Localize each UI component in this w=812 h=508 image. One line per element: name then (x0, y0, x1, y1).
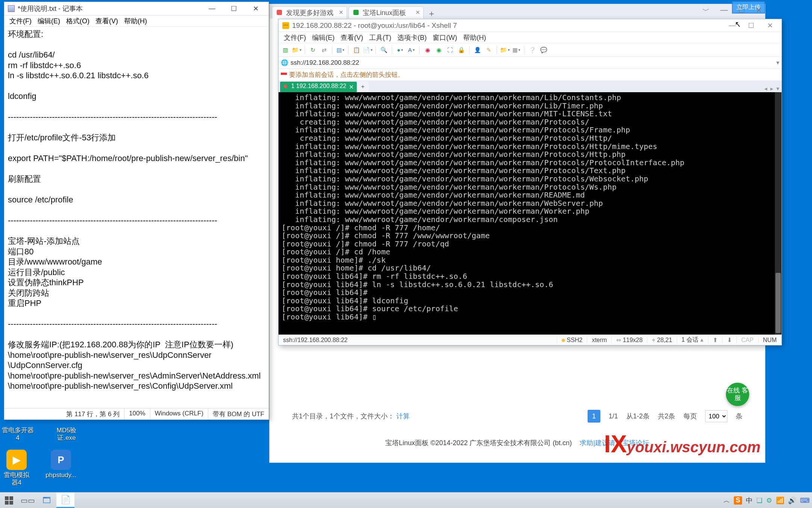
tab-prev-icon[interactable]: ◂ (764, 85, 767, 92)
task-view-button[interactable]: ▭▭ (19, 493, 37, 508)
notepad-editor[interactable]: 环境配置: cd /usr/lib64/ rm -rf libstdc++.so… (4, 27, 269, 408)
tb-fullscreen-icon[interactable]: ⛶ (445, 46, 454, 55)
notepad-titlebar[interactable]: *使用说明.txt - 记事本 — ☐ ✕ (4, 2, 269, 15)
terminal-scrollbar[interactable] (775, 92, 782, 335)
pager-current[interactable]: 1 (588, 410, 600, 423)
xs-tab-close[interactable]: ✕ (349, 84, 354, 91)
tb-lock-icon[interactable]: 🔒 (457, 46, 466, 55)
menu-format[interactable]: 格式(O) (64, 16, 92, 26)
new-tab-button[interactable]: ＋ (425, 6, 438, 18)
address-dropdown-icon[interactable]: ▾ (776, 59, 779, 66)
desktop-icons: ▶ 雷电模拟器4 P phpstudy... (2, 450, 76, 487)
desktop-icon-label-a[interactable]: 雷电多开器4 (1, 427, 35, 442)
watermark: IXyouxi.wscyun.com (604, 430, 760, 458)
xs-close[interactable]: ✕ (760, 21, 779, 30)
favicon-1 (277, 10, 282, 15)
tb-key-icon[interactable]: ✎ (484, 46, 493, 55)
xshell-addressbar: 🌐 ssh://192.168.200.88:22 ▾ (279, 57, 782, 69)
st-term: xterm (587, 337, 612, 344)
browser-minimize-icon[interactable]: — (720, 6, 728, 16)
online-service-button[interactable]: 在线 客服 (726, 383, 749, 406)
desktop-icon-label-b[interactable]: MD5验证.exe (50, 427, 83, 442)
tray-chevron-icon[interactable]: ︿ (723, 496, 730, 505)
xs-menu-edit[interactable]: 编辑(E) (310, 32, 337, 43)
start-button[interactable] (0, 493, 18, 508)
volume-icon[interactable]: 🔊 (788, 496, 796, 505)
tb-color-icon[interactable]: ● (395, 46, 404, 55)
notepad-icon (8, 5, 15, 12)
tb-green-icon[interactable]: ◉ (434, 46, 443, 55)
xshell-toolbar: ▥ 📁 ↻ ⇄ ▤ 📋 📄 🔍 ● A ◉ ◉ ⛶ 🔒 👤 ✎ 📁 ▦ ❔ 💬 (279, 43, 782, 57)
tb-new-icon[interactable]: ▥ (281, 46, 290, 55)
pager-calc-link[interactable]: 计算 (396, 412, 410, 420)
browser-tab-1[interactable]: 发现更多好游戏 ✕ (272, 6, 347, 18)
desktop-icon-2[interactable]: P phpstudy... (46, 450, 76, 487)
ime-sogou-icon[interactable]: S (734, 496, 742, 505)
tab-next-icon[interactable]: ▸ (770, 85, 773, 92)
desktop-icon-1[interactable]: ▶ 雷电模拟器4 (2, 450, 32, 487)
pager-of: 1/1 (609, 412, 618, 420)
st-addr: ssh://192.168.200.88:22 (279, 337, 557, 344)
xs-menu-file[interactable]: 文件(F) (282, 32, 308, 43)
status-zoom: 100% (124, 409, 150, 420)
tb-disconnect-icon[interactable]: ⇄ (320, 46, 329, 55)
xs-session-tab[interactable]: 1 192.168.200.88:22 ✕ (280, 82, 357, 92)
menu-help[interactable]: 帮助(H) (122, 16, 149, 26)
browser-close-icon[interactable]: ✕ (756, 6, 762, 16)
xs-menu-view[interactable]: 查看(V) (338, 32, 365, 43)
tb-folder2-icon[interactable]: 📁 (500, 46, 509, 55)
menu-edit[interactable]: 编辑(E) (35, 16, 62, 26)
tb-properties-icon[interactable]: ▤ (336, 46, 345, 55)
tb-font-icon[interactable]: A (407, 46, 416, 55)
notepad-content[interactable]: 环境配置: cd /usr/lib64/ rm -rf libstdc++.so… (8, 29, 265, 391)
tab-close-2[interactable]: ✕ (415, 9, 420, 16)
close-button[interactable]: ✕ (245, 3, 267, 14)
tray-icon-b[interactable]: ⚙ (766, 496, 772, 505)
tab-close-1[interactable]: ✕ (339, 9, 344, 16)
browser-tabbar: 发现更多好游戏 ✕ 宝塔Linux面板 ✕ ＋ (270, 4, 765, 18)
tb-open-icon[interactable]: 📁 (292, 46, 301, 55)
st-sess[interactable]: 1 会话 ▴ (677, 336, 708, 344)
browser-dropdown-icon[interactable]: ﹀ (702, 6, 710, 16)
st-up: ⬆ (708, 336, 723, 344)
taskbar: ▭▭ 🗔 📄 ︿ S 中 ❏ ⚙ 📶 🔊 ⌨ (0, 492, 812, 508)
st-size: ⇔ 119x28 (612, 336, 647, 344)
xs-menu-tools[interactable]: 工具(T) (367, 32, 394, 43)
menu-file[interactable]: 文件(F) (7, 16, 34, 26)
terminal[interactable]: inflating: www/wwwroot/game/vendor/worke… (279, 92, 782, 335)
keyboard-icon[interactable]: ⌨ (800, 496, 810, 505)
tab-list-icon[interactable]: ▾ (776, 85, 779, 92)
xshell-titlebar[interactable]: 〰 192.168.200.88:22 - root@youxi:/usr/li… (279, 19, 782, 32)
tb-reconnect-icon[interactable]: ↻ (308, 46, 317, 55)
tb-help-icon[interactable]: ❔ (528, 46, 537, 55)
pager-perpage-select[interactable]: 100 (705, 410, 727, 422)
taskbar-app-1[interactable]: 🗔 (38, 493, 56, 508)
tb-red-icon[interactable]: ◉ (423, 46, 432, 55)
notepad-menubar: 文件(F) 编辑(E) 格式(O) 查看(V) 帮助(H) (4, 15, 269, 27)
browser-tab-2[interactable]: 宝塔Linux面板 ✕ (348, 6, 424, 18)
taskbar-app-2[interactable]: 📄 (56, 493, 74, 508)
st-cursor: ⌖ 28,21 (647, 337, 677, 344)
ime-lang-icon[interactable]: 中 (746, 496, 753, 505)
xs-menu-tab[interactable]: 选项卡(B) (395, 32, 429, 43)
minimize-button[interactable]: — (201, 3, 223, 14)
scrollbar-thumb[interactable] (776, 273, 781, 333)
xs-menu-help[interactable]: 帮助(H) (461, 32, 488, 43)
tray-icon-a[interactable]: ❏ (756, 496, 762, 505)
network-icon[interactable]: 📶 (776, 496, 784, 505)
xs-new-tab[interactable]: ＋ (357, 82, 369, 92)
tb-paste-icon[interactable]: 📄 (363, 46, 372, 55)
notepad-title: *使用说明.txt - 记事本 (18, 4, 201, 13)
tb-copy-icon[interactable]: 📋 (352, 46, 361, 55)
tb-grid-icon[interactable]: ▦ (512, 46, 521, 55)
browser-maximize-icon[interactable]: ☐ (738, 6, 745, 16)
menu-view[interactable]: 查看(V) (93, 16, 120, 26)
xs-menu-window[interactable]: 窗口(W) (430, 32, 459, 43)
xs-maximize[interactable]: ☐ (742, 21, 760, 30)
xs-address[interactable]: ssh://192.168.200.88:22 (291, 59, 774, 67)
mouse-cursor: ↖ (735, 20, 741, 29)
maximize-button[interactable]: ☐ (223, 3, 245, 14)
tb-user-icon[interactable]: 👤 (473, 46, 482, 55)
tb-find-icon[interactable]: 🔍 (379, 46, 388, 55)
tb-chat-icon[interactable]: 💬 (539, 46, 548, 55)
